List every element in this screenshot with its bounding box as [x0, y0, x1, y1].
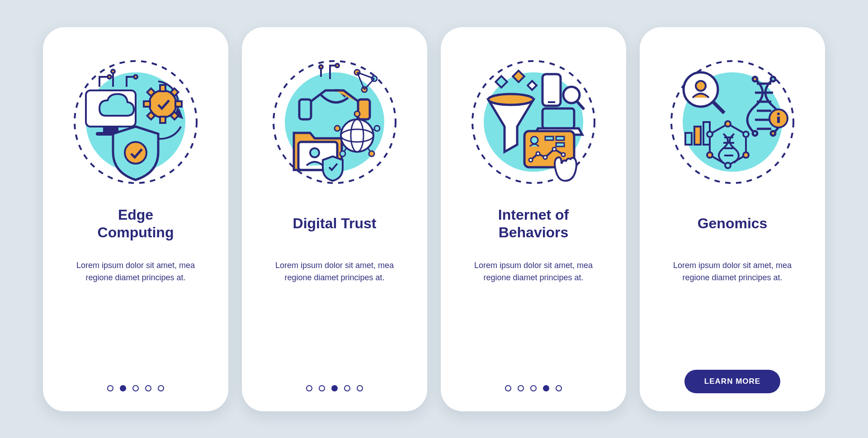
svg-point-40: [340, 151, 345, 156]
svg-point-34: [341, 119, 373, 152]
pager-dot[interactable]: [505, 385, 511, 391]
svg-point-64: [536, 152, 540, 155]
svg-point-84: [753, 131, 757, 136]
svg-point-67: [561, 153, 565, 156]
card-description: Lorem ipsum dolor sit amet, mea regione …: [267, 259, 402, 284]
svg-point-82: [753, 77, 757, 81]
pager-dot[interactable]: [556, 385, 562, 391]
svg-point-7: [134, 75, 137, 79]
card-description: Lorem ipsum dolor sit amet, mea regione …: [68, 259, 203, 284]
svg-point-94: [707, 152, 712, 158]
svg-rect-60: [545, 137, 553, 140]
svg-rect-73: [685, 133, 692, 145]
svg-point-41: [335, 126, 340, 131]
card-digital-trust: Digital Trust Lorem ipsum dolor sit amet…: [242, 27, 427, 411]
onboarding-stage: Edge Computing Lorem ipsum dolor sit ame…: [25, 9, 843, 429]
card-description: Lorem ipsum dolor sit amet, mea regione …: [665, 259, 800, 284]
svg-rect-23: [358, 99, 370, 119]
genomics-icon: [665, 54, 800, 190]
svg-point-39: [369, 151, 374, 156]
svg-point-55: [563, 87, 580, 103]
card-description: Lorem ipsum dolor sit amet, mea regione …: [466, 259, 601, 284]
svg-rect-62: [556, 143, 564, 146]
pager-dot[interactable]: [145, 385, 151, 391]
digital-trust-icon: [267, 54, 402, 190]
pager-dot[interactable]: [120, 385, 126, 391]
svg-rect-22: [299, 99, 311, 119]
svg-point-90: [725, 121, 731, 127]
pager-dot[interactable]: [530, 385, 537, 391]
svg-point-19: [125, 142, 146, 164]
svg-point-65: [543, 155, 547, 159]
svg-rect-74: [694, 127, 701, 145]
svg-line-43: [373, 129, 374, 130]
card-title: Internet of Behaviors: [498, 206, 569, 241]
svg-rect-13: [144, 101, 150, 107]
pager-dot[interactable]: [107, 385, 113, 391]
pager-dot[interactable]: [158, 385, 164, 391]
svg-point-59: [531, 137, 538, 144]
pager: [505, 385, 562, 391]
pager-dot[interactable]: [306, 385, 312, 391]
svg-rect-3: [103, 127, 118, 132]
svg-point-37: [354, 111, 360, 117]
svg-rect-88: [777, 117, 780, 123]
svg-point-87: [777, 113, 780, 115]
svg-point-38: [374, 126, 380, 131]
svg-point-71: [696, 81, 706, 91]
card-internet-of-behaviors: Internet of Behaviors Lorem ipsum dolor …: [441, 27, 626, 411]
svg-point-49: [488, 94, 533, 105]
pager: [306, 385, 363, 391]
svg-point-6: [111, 70, 115, 73]
pager-dot[interactable]: [518, 385, 524, 391]
pager-dot[interactable]: [319, 385, 325, 391]
svg-point-63: [529, 158, 533, 162]
svg-point-85: [771, 131, 775, 136]
svg-rect-14: [175, 101, 182, 107]
learn-more-button[interactable]: LEARN MORE: [684, 370, 780, 393]
svg-point-83: [771, 77, 775, 81]
svg-point-30: [319, 65, 323, 69]
svg-line-46: [340, 129, 342, 130]
svg-point-5: [108, 75, 111, 79]
edge-computing-icon: [68, 54, 203, 190]
card-edge-computing: Edge Computing Lorem ipsum dolor sit ame…: [43, 27, 228, 411]
svg-rect-61: [556, 137, 564, 140]
card-title: Digital Trust: [293, 206, 377, 241]
svg-rect-53: [542, 74, 561, 106]
pager-dot[interactable]: [132, 385, 139, 391]
svg-rect-57: [542, 108, 574, 128]
card-title: Genomics: [698, 206, 768, 241]
svg-rect-11: [160, 85, 165, 91]
svg-point-31: [335, 64, 339, 67]
pager-dot[interactable]: [344, 385, 350, 391]
card-title: Edge Computing: [98, 206, 174, 241]
svg-rect-12: [160, 117, 165, 123]
svg-point-92: [743, 152, 749, 158]
pager-dot[interactable]: [331, 385, 338, 391]
svg-point-33: [310, 148, 319, 157]
svg-point-95: [707, 132, 712, 137]
pager: [107, 385, 164, 391]
pager-dot[interactable]: [543, 385, 549, 391]
iob-icon: [466, 54, 601, 190]
svg-point-66: [552, 147, 556, 151]
pager-dot[interactable]: [357, 385, 363, 391]
svg-point-91: [743, 132, 749, 137]
card-genomics: Genomics Lorem ipsum dolor sit amet, mea…: [640, 27, 825, 411]
svg-point-93: [725, 163, 731, 168]
